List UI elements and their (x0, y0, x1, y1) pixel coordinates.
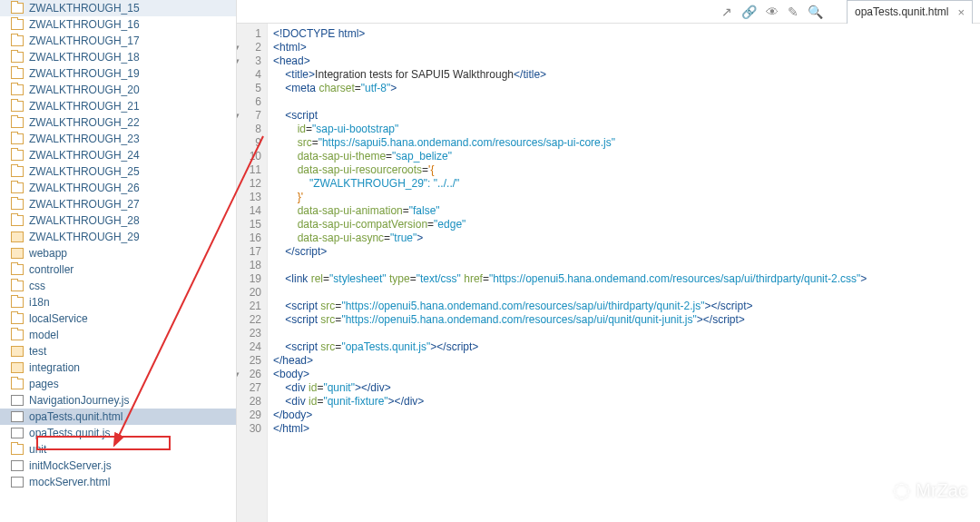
folder-icon (11, 297, 24, 308)
tree-item[interactable]: initMockServer.js (0, 458, 236, 474)
tree-item[interactable]: ZWALKTHROUGH_20 (0, 82, 236, 98)
tree-item[interactable]: ZWALKTHROUGH_27 (0, 196, 236, 212)
tree-item[interactable]: NavigationJourney.js (0, 392, 236, 409)
tree-item[interactable]: i18n (0, 294, 236, 310)
code-content[interactable]: <!DOCTYPE html><html><head> <title>Integ… (268, 24, 980, 522)
folder-icon (11, 199, 24, 210)
editor-tab[interactable]: opaTests.qunit.html × (847, 0, 973, 24)
code-line: <script src="https://openui5.hana.ondema… (273, 300, 980, 313)
code-line: data-sap-ui-async="true"> (273, 231, 980, 245)
code-line: <script (273, 109, 980, 123)
tree-item[interactable]: localService (0, 310, 236, 327)
line-number: 13 (237, 191, 261, 204)
line-number: 16 (237, 231, 261, 245)
folder-icon (11, 133, 24, 144)
tree-item-label: ZWALKTHROUGH_20 (29, 84, 140, 96)
toolbar-icon[interactable]: ✎ (788, 5, 799, 19)
tree-item[interactable]: opaTests.qunit.html (0, 409, 236, 425)
line-number: 26 (237, 368, 261, 381)
folder-icon (11, 166, 24, 177)
code-line: }' (273, 191, 980, 204)
code-line: "ZWALKTHROUGH_29": "../../" (273, 177, 980, 191)
tree-item[interactable]: test (0, 343, 236, 359)
tree-item[interactable]: opaTests.qunit.js (0, 425, 236, 441)
line-number: 11 (237, 163, 261, 177)
tree-item[interactable]: webapp (0, 245, 236, 261)
tree-item[interactable]: controller (0, 261, 236, 278)
tree-item[interactable]: ZWALKTHROUGH_28 (0, 212, 236, 229)
code-line: <title>Integration tests for SAPUI5 Walk… (273, 68, 980, 82)
tree-item[interactable]: ZWALKTHROUGH_25 (0, 163, 236, 180)
line-number: 12 (237, 177, 261, 191)
tree-item[interactable]: ZWALKTHROUGH_18 (0, 49, 236, 65)
tree-item[interactable]: ZWALKTHROUGH_16 (0, 16, 236, 33)
line-number: 4 (237, 68, 261, 82)
line-number: 10 (237, 150, 261, 163)
tree-item-label: mockServer.html (29, 476, 110, 488)
code-line: data-sap-ui-resourceroots='{ (273, 163, 980, 177)
line-number: 8 (237, 123, 261, 136)
tree-item[interactable]: ZWALKTHROUGH_19 (0, 65, 236, 82)
file-tree[interactable]: ZWALKTHROUGH_15ZWALKTHROUGH_16ZWALKTHROU… (0, 0, 237, 522)
tree-item[interactable]: model (0, 327, 236, 343)
toolbar-icon[interactable]: 🔗 (741, 5, 757, 19)
wechat-icon: ◌ (893, 478, 910, 502)
folder-icon (11, 231, 24, 242)
line-number: 22 (237, 313, 261, 327)
close-icon[interactable]: × (957, 5, 965, 19)
toolbar-icon[interactable]: 🔍 (808, 5, 823, 19)
code-line: <html> (273, 41, 980, 54)
tree-item-label: ZWALKTHROUGH_29 (29, 231, 140, 243)
tree-item[interactable]: ZWALKTHROUGH_17 (0, 33, 236, 49)
folder-icon (11, 84, 24, 95)
tree-item[interactable]: ZWALKTHROUGH_26 (0, 180, 236, 196)
tree-item[interactable]: mockServer.html (0, 474, 236, 490)
tree-item-label: unit (29, 443, 46, 456)
folder-icon (11, 248, 24, 259)
tree-item[interactable]: integration (0, 359, 236, 376)
code-line: </head> (273, 354, 980, 368)
folder-icon (11, 150, 24, 161)
line-number: 7 (237, 109, 261, 123)
tree-item[interactable]: unit (0, 441, 236, 458)
code-editor[interactable]: 1234567891011121314151617181920212223242… (237, 24, 980, 522)
code-line: <div id="qunit"></div> (273, 381, 980, 395)
code-line: <script src="https://openui5.hana.ondema… (273, 313, 980, 327)
folder-icon (11, 264, 24, 275)
tree-item[interactable]: css (0, 278, 236, 294)
watermark: ◌ MrZac (893, 478, 967, 502)
tree-item-label: i18n (29, 296, 50, 309)
line-number: 20 (237, 286, 261, 300)
tree-item[interactable]: ZWALKTHROUGH_15 (0, 0, 236, 16)
line-number: 24 (237, 340, 261, 354)
tree-item[interactable]: ZWALKTHROUGH_29 (0, 229, 236, 245)
line-number: 3 (237, 54, 261, 68)
line-number: 25 (237, 354, 261, 368)
tree-item-label: ZWALKTHROUGH_25 (29, 165, 140, 178)
tree-item[interactable]: ZWALKTHROUGH_24 (0, 147, 236, 163)
code-line (273, 95, 980, 109)
line-number: 30 (237, 422, 261, 436)
toolbar-icon[interactable]: 👁 (766, 5, 779, 19)
folder-icon (11, 444, 24, 455)
tree-item[interactable]: ZWALKTHROUGH_22 (0, 114, 236, 131)
tree-item[interactable]: ZWALKTHROUGH_23 (0, 131, 236, 147)
code-line: src="https://sapui5.hana.ondemand.com/re… (273, 136, 980, 150)
folder-icon (11, 281, 24, 291)
tree-item-label: test (29, 345, 46, 358)
code-line: <div id="qunit-fixture"></div> (273, 395, 980, 409)
code-line: data-sap-ui-animation="false" (273, 204, 980, 218)
line-number: 27 (237, 381, 261, 395)
code-line: data-sap-ui-compatVersion="edge" (273, 218, 980, 231)
tree-item[interactable]: pages (0, 376, 236, 392)
file-icon (11, 477, 24, 488)
tree-item-label: localService (29, 312, 88, 325)
code-line: <meta charset="utf-8"> (273, 82, 980, 95)
toolbar: ↗🔗👁✎🔍 opaTests.qunit.html × (237, 0, 980, 24)
line-number: 23 (237, 327, 261, 340)
toolbar-icon[interactable]: ↗ (721, 5, 732, 19)
code-line: </html> (273, 422, 980, 436)
code-line (273, 259, 980, 272)
tree-item[interactable]: ZWALKTHROUGH_21 (0, 98, 236, 114)
tree-item-label: controller (29, 263, 74, 276)
